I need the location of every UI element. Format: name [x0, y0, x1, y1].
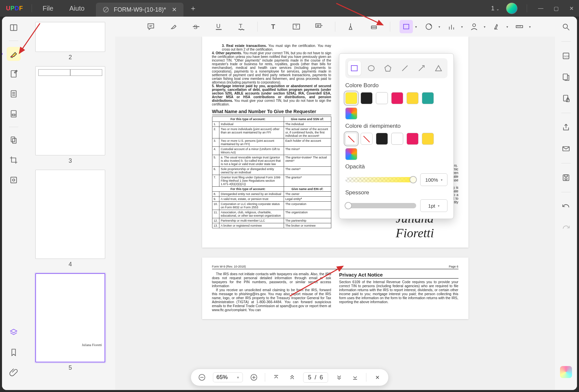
- menu-file[interactable]: File: [35, 5, 61, 12]
- close-button[interactable]: ✕: [567, 4, 576, 13]
- notification-count[interactable]: 1 ⌄: [491, 5, 499, 12]
- color-swatch[interactable]: [407, 133, 419, 145]
- lock-page-icon: [562, 94, 570, 103]
- textbox-tool[interactable]: T: [290, 20, 303, 33]
- signature-tool[interactable]: ▾: [467, 20, 481, 33]
- thumb-number: 5: [35, 364, 105, 371]
- underline-icon: U: [214, 22, 223, 31]
- shape-arrow[interactable]: [415, 61, 428, 76]
- minimize-button[interactable]: —: [536, 4, 545, 13]
- color-swatch[interactable]: [376, 92, 388, 104]
- color-swatch[interactable]: [345, 107, 357, 119]
- page-thumbs-button[interactable]: [7, 133, 21, 147]
- edit-tool-button[interactable]: [7, 67, 21, 81]
- color-swatch[interactable]: [345, 133, 357, 145]
- app-logo: UPDF: [6, 5, 23, 12]
- bookmarks-button[interactable]: [7, 345, 21, 359]
- edit-page-icon: [9, 70, 18, 78]
- document-tab[interactable]: FORM-W9-(10-18)* ✕: [96, 3, 183, 17]
- highlight-tool[interactable]: [167, 20, 180, 33]
- maximize-button[interactable]: ▢: [552, 4, 560, 13]
- thickness-slider[interactable]: [345, 203, 416, 208]
- note-tool[interactable]: [144, 20, 157, 33]
- organize-pages-button[interactable]: [7, 87, 21, 101]
- shape-rectangle[interactable]: [348, 61, 361, 76]
- color-swatch[interactable]: [345, 148, 357, 160]
- email-button[interactable]: [559, 142, 573, 156]
- protect-button[interactable]: [559, 92, 573, 105]
- svg-marker-54: [385, 65, 391, 71]
- shape-oval[interactable]: [365, 61, 378, 76]
- rectangle-icon: [402, 23, 410, 31]
- color-swatch[interactable]: [345, 92, 357, 104]
- squiggly-tool[interactable]: T: [235, 20, 248, 33]
- svg-rect-31: [404, 24, 409, 29]
- zoom-in-button[interactable]: [249, 372, 259, 382]
- thumbnail-panel[interactable]: 2 3 4 Juliana Fioretti 5: [25, 17, 115, 390]
- redo-button[interactable]: [559, 221, 573, 235]
- color-swatch[interactable]: [391, 92, 403, 104]
- text-tool[interactable]: T: [267, 20, 280, 33]
- document-view[interactable]: 3. Real estate transactions. You must si…: [115, 37, 555, 390]
- share-button[interactable]: [559, 120, 573, 134]
- form-tool-button[interactable]: [7, 107, 21, 121]
- save-button[interactable]: [559, 171, 573, 185]
- close-bar-button[interactable]: ✕: [372, 372, 382, 382]
- new-tab-button[interactable]: ＋: [189, 3, 197, 13]
- color-swatch[interactable]: [407, 92, 419, 104]
- callout-tool[interactable]: [312, 20, 326, 33]
- ai-assistant-button[interactable]: [560, 366, 572, 378]
- thickness-value-select[interactable]: 1pt▾: [420, 199, 447, 212]
- section-heading: What Name and Number To Give the Request…: [212, 109, 331, 115]
- mail-icon: [562, 144, 570, 153]
- first-page-button[interactable]: [271, 372, 281, 382]
- color-swatch[interactable]: [376, 133, 388, 145]
- thumbnail-page-4[interactable]: 4: [35, 170, 105, 268]
- prev-page-button[interactable]: [287, 372, 297, 382]
- svg-line-70: [290, 266, 343, 296]
- center-area: S U T T T ▾ ▾ ▾ ▾ ▾ 3. Real estate: [115, 17, 555, 390]
- layers-button[interactable]: [7, 325, 21, 339]
- tab-close-icon[interactable]: ✕: [172, 6, 177, 13]
- right-sidebar: OCR: [555, 17, 577, 390]
- page-indicator[interactable]: 5 / 6: [303, 372, 328, 383]
- sign-tool[interactable]: ▾: [490, 20, 503, 33]
- shape-polygon[interactable]: [382, 61, 395, 76]
- zoom-level-select[interactable]: 65%▾: [213, 372, 243, 382]
- next-page-button[interactable]: [334, 372, 344, 382]
- thumbnail-page-3[interactable]: 3: [35, 66, 105, 164]
- shape-line[interactable]: [399, 61, 412, 76]
- ocr-button[interactable]: OCR: [559, 49, 573, 63]
- attachments-button[interactable]: [7, 365, 21, 379]
- separator: [561, 41, 571, 42]
- stamp-tool[interactable]: ▾: [422, 20, 435, 33]
- strikethrough-tool[interactable]: S: [189, 20, 203, 33]
- shape-wave[interactable]: [432, 61, 445, 76]
- watermark-tool-button[interactable]: [7, 173, 21, 187]
- shape-tool[interactable]: [400, 20, 413, 33]
- color-swatch[interactable]: [391, 133, 403, 145]
- color-swatch[interactable]: [422, 133, 434, 145]
- crop-tool-button[interactable]: [7, 153, 21, 167]
- layers-icon: [9, 328, 18, 337]
- titlebar-right: 1 ⌄ — ▢ ✕: [491, 3, 576, 14]
- color-swatch[interactable]: [361, 133, 373, 145]
- underline-tool[interactable]: U: [212, 20, 225, 33]
- thumbnail-page-5[interactable]: Juliana Fioretti 5: [35, 273, 105, 371]
- user-avatar[interactable]: [506, 3, 517, 14]
- color-swatch[interactable]: [361, 92, 373, 104]
- undo-button[interactable]: [559, 200, 573, 214]
- opacity-value-select[interactable]: 100%▾: [420, 173, 447, 186]
- compare-button[interactable]: [559, 70, 573, 84]
- zoom-out-button[interactable]: [197, 372, 207, 382]
- plus-circle-icon: [250, 373, 258, 381]
- measure-tool[interactable]: ▾: [513, 20, 526, 33]
- opacity-slider[interactable]: [345, 177, 416, 182]
- search-button[interactable]: [559, 20, 573, 34]
- menu-help[interactable]: Aiuto: [61, 5, 93, 12]
- last-page-button[interactable]: [350, 372, 360, 382]
- sticker-tool[interactable]: ▾: [445, 20, 458, 33]
- color-swatch[interactable]: [422, 92, 434, 104]
- separator: [561, 113, 571, 113]
- chevrons-down-icon: [336, 374, 342, 381]
